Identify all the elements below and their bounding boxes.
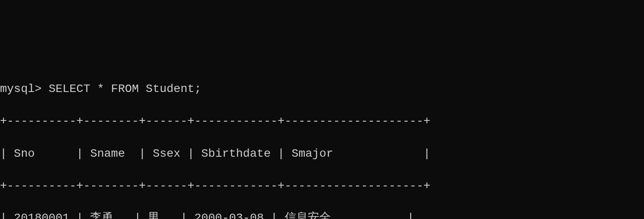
table-header-row: | Sno | Sname | Ssex | Sbirthdate | Smaj…: [0, 146, 644, 162]
mysql-terminal[interactable]: mysql> SELECT * FROM Student; +---------…: [0, 65, 644, 219]
command-line: mysql> SELECT * FROM Student;: [0, 81, 644, 97]
table-row: | 20180001 | 李勇 | 男 | 2000-03-08 | 信息安全 …: [0, 210, 644, 219]
sql-query: SELECT * FROM Student;: [49, 81, 202, 97]
table-border-mid: +----------+--------+------+------------…: [0, 178, 644, 194]
mysql-prompt: mysql>: [0, 81, 49, 97]
table-border-top: +----------+--------+------+------------…: [0, 113, 644, 129]
